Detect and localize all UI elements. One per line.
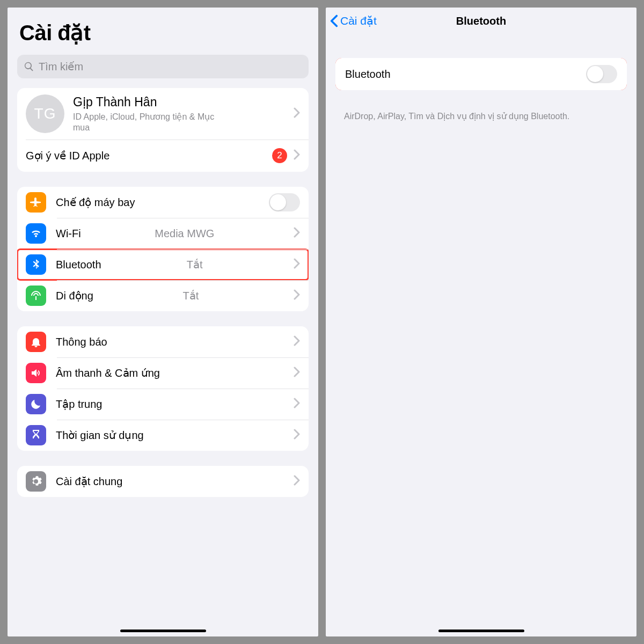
gear-icon	[26, 471, 46, 492]
focus-label: Tập trung	[56, 398, 102, 411]
chevron-right-icon	[294, 258, 300, 271]
speaker-icon	[26, 363, 46, 383]
profile-text: Gịp Thành Hân ID Apple, iCloud, Phương t…	[73, 95, 229, 133]
chevron-left-icon	[330, 14, 338, 27]
wifi-value: Media MWG	[155, 228, 214, 240]
bell-icon	[26, 332, 46, 352]
general-label: Cài đặt chung	[56, 475, 122, 488]
cellular-label: Di động	[56, 289, 93, 302]
bluetooth-toggle-row[interactable]: Bluetooth	[335, 58, 627, 90]
cellular-value: Tắt	[183, 289, 199, 302]
chevron-right-icon	[294, 429, 300, 442]
bluetooth-icon	[26, 254, 46, 275]
bluetooth-toggle-group: Bluetooth	[335, 58, 627, 90]
bluetooth-value: Tắt	[187, 258, 203, 271]
search-placeholder: Tìm kiếm	[39, 60, 83, 73]
notifications-group: Thông báo Âm thanh & Cảm ứng Tập trung T…	[17, 326, 309, 451]
chevron-right-icon	[294, 398, 300, 411]
sounds-row[interactable]: Âm thanh & Cảm ứng	[17, 357, 309, 389]
screentime-row[interactable]: Thời gian sử dụng	[17, 420, 309, 451]
page-title: Cài đặt	[8, 8, 318, 52]
chevron-right-icon	[294, 475, 300, 488]
hourglass-icon	[26, 425, 46, 445]
settings-screen: Cài đặt Tìm kiếm TG Gịp Thành Hân ID App…	[8, 8, 318, 636]
bluetooth-row[interactable]: Bluetooth Tắt	[17, 249, 309, 280]
bluetooth-label: Bluetooth	[56, 259, 101, 271]
cellular-icon	[26, 286, 46, 306]
search-input[interactable]: Tìm kiếm	[17, 55, 309, 78]
connectivity-group: Chế độ máy bay Wi-Fi Media MWG Bluetooth…	[17, 187, 309, 311]
profile-sub: ID Apple, iCloud, Phương tiện & Mục mua	[73, 112, 229, 133]
cellular-row[interactable]: Di động Tắt	[17, 280, 309, 311]
profile-row[interactable]: TG Gịp Thành Hân ID Apple, iCloud, Phươn…	[17, 88, 309, 140]
appleid-suggestion-label: Gợi ý về ID Apple	[26, 149, 109, 162]
bluetooth-screen: Cài đặt Bluetooth Bluetooth AirDrop, Air…	[326, 8, 636, 636]
bluetooth-toggle-label: Bluetooth	[345, 68, 391, 80]
chevron-right-icon	[294, 367, 300, 379]
notifications-row[interactable]: Thông báo	[17, 326, 309, 357]
airplane-toggle[interactable]	[269, 193, 300, 211]
avatar: TG	[26, 94, 64, 133]
appleid-suggestion-row[interactable]: Gợi ý về ID Apple 2	[17, 140, 309, 172]
airplane-icon	[26, 192, 46, 213]
airplane-label: Chế độ máy bay	[56, 196, 135, 209]
airplane-row[interactable]: Chế độ máy bay	[17, 187, 309, 218]
chevron-right-icon	[294, 289, 300, 302]
wifi-icon	[26, 223, 46, 244]
home-indicator[interactable]	[438, 630, 524, 632]
sounds-label: Âm thanh & Cảm ứng	[56, 367, 160, 379]
chevron-right-icon	[294, 149, 300, 162]
general-row[interactable]: Cài đặt chung	[17, 466, 309, 497]
profile-group: TG Gịp Thành Hân ID Apple, iCloud, Phươn…	[17, 88, 309, 172]
chevron-right-icon	[294, 107, 300, 120]
chevron-right-icon	[294, 335, 300, 348]
notifications-label: Thông báo	[56, 336, 107, 348]
wifi-label: Wi-Fi	[56, 228, 81, 240]
wifi-row[interactable]: Wi-Fi Media MWG	[17, 218, 309, 249]
navbar: Cài đặt Bluetooth	[326, 8, 636, 34]
notification-badge: 2	[272, 148, 287, 163]
general-group: Cài đặt chung	[17, 466, 309, 497]
bluetooth-footer-text: AirDrop, AirPlay, Tìm và Dịch vụ định vị…	[326, 105, 636, 122]
search-icon	[24, 61, 34, 72]
chevron-right-icon	[294, 227, 300, 240]
focus-row[interactable]: Tập trung	[17, 389, 309, 420]
bluetooth-toggle[interactable]	[586, 65, 617, 83]
home-indicator[interactable]	[120, 630, 206, 632]
back-button[interactable]: Cài đặt	[330, 14, 377, 27]
screentime-label: Thời gian sử dụng	[56, 429, 144, 442]
profile-name: Gịp Thành Hân	[73, 95, 229, 109]
back-label: Cài đặt	[340, 14, 377, 27]
moon-icon	[26, 394, 46, 414]
